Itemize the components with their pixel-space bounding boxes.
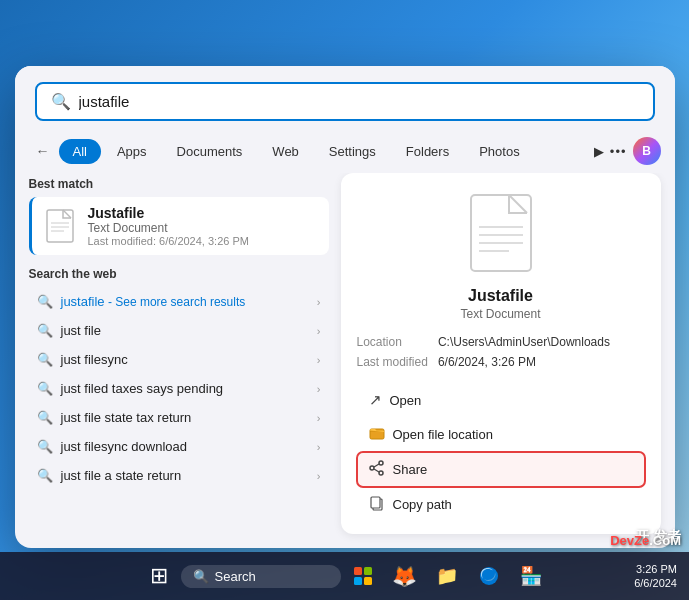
web-search-icon-5: 🔍 bbox=[37, 439, 53, 454]
devze-red-part: DevZe bbox=[610, 533, 649, 548]
right-panel: Justafile Text Document Location C:\User… bbox=[341, 173, 661, 534]
best-match-label: Best match bbox=[29, 177, 329, 191]
web-item-4[interactable]: 🔍 just file state tax return › bbox=[29, 403, 329, 432]
web-item-arrow-1: › bbox=[317, 325, 321, 337]
copy-path-label: Copy path bbox=[393, 497, 452, 512]
web-item-6[interactable]: 🔍 just file a state return › bbox=[29, 461, 329, 490]
best-match-item[interactable]: Justafile Text Document Last modified: 6… bbox=[29, 197, 329, 255]
web-item-1[interactable]: 🔍 just file › bbox=[29, 316, 329, 345]
svg-point-12 bbox=[370, 466, 374, 470]
detail-name: Justafile bbox=[357, 287, 645, 305]
web-item-text-0: justafile - See more search results bbox=[61, 294, 309, 309]
share-label: Share bbox=[393, 462, 428, 477]
web-item-3[interactable]: 🔍 just filed taxes says pending › bbox=[29, 374, 329, 403]
web-item-arrow-3: › bbox=[317, 383, 321, 395]
action-open-location[interactable]: Open file location bbox=[357, 417, 645, 452]
left-panel: Best match Justafile Text Document L bbox=[29, 173, 329, 534]
best-match-type: Text Document bbox=[88, 221, 249, 235]
web-search-icon-3: 🔍 bbox=[37, 381, 53, 396]
filter-tab-photos[interactable]: Photos bbox=[465, 139, 533, 164]
more-options-icon[interactable]: ••• bbox=[610, 144, 627, 159]
open-location-label: Open file location bbox=[393, 427, 493, 442]
search-input[interactable] bbox=[79, 93, 639, 110]
web-search-icon-1: 🔍 bbox=[37, 323, 53, 338]
web-search-icon-2: 🔍 bbox=[37, 352, 53, 367]
search-bar-area: 🔍 bbox=[15, 66, 675, 131]
web-item-text-1: just file bbox=[61, 323, 309, 338]
filter-tab-web[interactable]: Web bbox=[258, 139, 313, 164]
web-search-label: Search the web bbox=[29, 267, 329, 281]
best-match-date: Last modified: 6/6/2024, 3:26 PM bbox=[88, 235, 249, 247]
svg-rect-19 bbox=[354, 577, 362, 585]
svg-rect-0 bbox=[47, 210, 73, 242]
web-item-arrow-0: › bbox=[317, 296, 321, 308]
taskbar-store[interactable]: 🏪 bbox=[511, 556, 551, 596]
web-item-arrow-2: › bbox=[317, 354, 321, 366]
copy-icon bbox=[369, 495, 385, 514]
taskbar-app-tiles[interactable] bbox=[343, 556, 383, 596]
svg-rect-18 bbox=[364, 567, 372, 575]
svg-line-13 bbox=[374, 464, 379, 467]
filter-tab-apps[interactable]: Apps bbox=[103, 139, 161, 164]
bing-logo: B bbox=[633, 137, 661, 165]
search-window: 🔍 ← All Apps Documents Web Settings Fold… bbox=[15, 66, 675, 548]
detail-type: Text Document bbox=[357, 307, 645, 321]
back-button[interactable]: ← bbox=[29, 137, 57, 165]
web-item-text-3: just filed taxes says pending bbox=[61, 381, 309, 396]
web-item-0[interactable]: 🔍 justafile - See more search results › bbox=[29, 287, 329, 316]
taskbar-icons: ⊞ 🔍 Search 🦊 📁 🏪 bbox=[139, 556, 551, 596]
play-icon[interactable]: ▶ bbox=[594, 144, 604, 159]
web-item-arrow-5: › bbox=[317, 441, 321, 453]
modified-label: Last modified bbox=[357, 355, 428, 369]
search-input-wrapper[interactable]: 🔍 bbox=[35, 82, 655, 121]
location-label: Location bbox=[357, 335, 428, 349]
file-icon-large bbox=[469, 193, 533, 277]
devze-com-part: .CoM bbox=[649, 533, 681, 548]
file-icon-small bbox=[42, 208, 78, 244]
svg-point-21 bbox=[480, 567, 498, 585]
best-match-name: Justafile bbox=[88, 205, 249, 221]
filter-tab-folders[interactable]: Folders bbox=[392, 139, 463, 164]
filter-tabs: ← All Apps Documents Web Settings Folder… bbox=[15, 131, 675, 173]
taskbar-files[interactable]: 📁 bbox=[427, 556, 467, 596]
web-search-icon-0: 🔍 bbox=[37, 294, 53, 309]
folder-icon bbox=[369, 425, 385, 444]
filter-tab-documents[interactable]: Documents bbox=[163, 139, 257, 164]
action-share[interactable]: Share bbox=[357, 452, 645, 487]
modified-value: 6/6/2024, 3:26 PM bbox=[438, 355, 645, 369]
svg-rect-20 bbox=[364, 577, 372, 585]
svg-rect-16 bbox=[371, 497, 380, 508]
taskbar: ⊞ 🔍 Search 🦊 📁 🏪 3:26 PM6/6/2024 bbox=[0, 552, 689, 600]
windows-start-button[interactable]: ⊞ bbox=[139, 556, 179, 596]
open-label: Open bbox=[390, 393, 422, 408]
taskbar-search[interactable]: 🔍 Search bbox=[181, 565, 341, 588]
web-item-arrow-6: › bbox=[317, 470, 321, 482]
taskbar-time: 3:26 PM6/6/2024 bbox=[634, 562, 677, 591]
svg-line-14 bbox=[374, 469, 379, 472]
search-icon: 🔍 bbox=[51, 92, 71, 111]
action-copy-path[interactable]: Copy path bbox=[357, 487, 645, 522]
taskbar-edge[interactable] bbox=[469, 556, 509, 596]
web-item-2[interactable]: 🔍 just filesync › bbox=[29, 345, 329, 374]
action-open[interactable]: ↗ Open bbox=[357, 383, 645, 417]
web-item-text-5: just filesync download bbox=[61, 439, 309, 454]
detail-info: Location C:\Users\AdminUser\Downloads La… bbox=[357, 335, 645, 369]
filter-tab-settings[interactable]: Settings bbox=[315, 139, 390, 164]
web-search-icon-6: 🔍 bbox=[37, 468, 53, 483]
web-item-text-2: just filesync bbox=[61, 352, 309, 367]
best-match-info: Justafile Text Document Last modified: 6… bbox=[88, 205, 249, 247]
taskbar-search-icon: 🔍 bbox=[193, 569, 209, 584]
taskbar-browser[interactable]: 🦊 bbox=[385, 556, 425, 596]
location-value: C:\Users\AdminUser\Downloads bbox=[438, 335, 645, 349]
filter-tab-all[interactable]: All bbox=[59, 139, 101, 164]
web-item-text-4: just file state tax return bbox=[61, 410, 309, 425]
web-item-arrow-4: › bbox=[317, 412, 321, 424]
devze-watermark-text: DevZe.CoM bbox=[610, 533, 681, 548]
svg-rect-17 bbox=[354, 567, 362, 575]
svg-rect-4 bbox=[471, 195, 531, 271]
web-item-5[interactable]: 🔍 just filesync download › bbox=[29, 432, 329, 461]
taskbar-right: 3:26 PM6/6/2024 bbox=[634, 562, 677, 591]
main-content: Best match Justafile Text Document L bbox=[15, 173, 675, 548]
filter-more-area: ▶ ••• B bbox=[594, 137, 661, 165]
taskbar-search-label: Search bbox=[215, 569, 256, 584]
